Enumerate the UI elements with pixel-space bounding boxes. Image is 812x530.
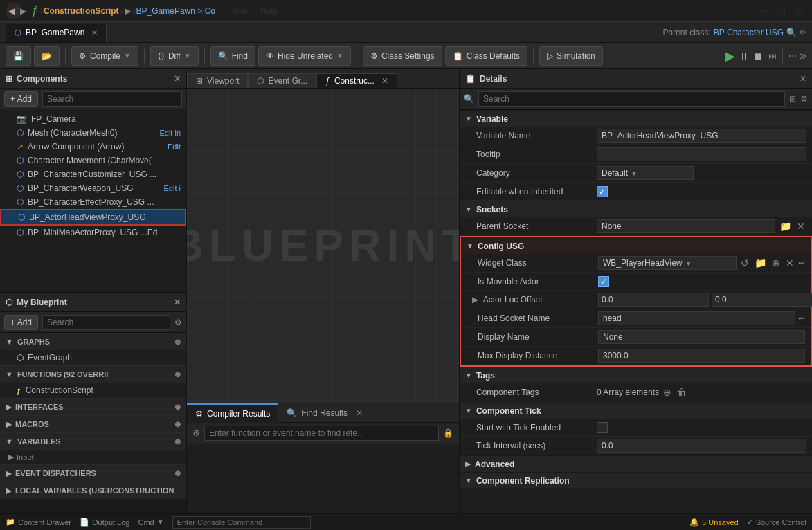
widget-class-refresh-icon[interactable]: ↺ <box>739 256 750 270</box>
components-search-input[interactable] <box>42 91 182 107</box>
more-options-icon[interactable]: ⋯ <box>788 51 797 61</box>
bp-settings-icon[interactable]: ⚙ <box>174 318 182 327</box>
bp-graphs-header[interactable]: ▼ GRAPHS ⊕ <box>0 333 186 350</box>
class-defaults-button[interactable]: 📋 Class Defaults <box>445 46 527 66</box>
tags-section-header[interactable]: ▼ Tags <box>460 367 812 383</box>
bp-search-input[interactable] <box>42 315 170 330</box>
component-item-bp-actor-head[interactable]: ⬡ BP_ActorHeadViewProxy_USG <box>0 209 186 226</box>
head-socket-name-reset[interactable]: ↩ <box>798 313 805 323</box>
find-button[interactable]: 🔍 Find <box>210 46 255 66</box>
viewport-area[interactable]: BLUEPRINT <box>187 89 459 403</box>
component-replication-section-header[interactable]: ▼ Component Replication <box>460 472 812 488</box>
bp-event-dispatchers-header[interactable]: ▶ EVENT DISPATCHERS ⊕ <box>0 465 186 482</box>
bp-add-button[interactable]: + Add <box>4 315 38 330</box>
arrow-edit-link[interactable]: Edit <box>168 143 181 151</box>
bp-variables-header[interactable]: ▼ VARIABLES ⊕ <box>0 433 186 450</box>
find-bar-lock-icon[interactable]: 🔒 <box>443 428 453 438</box>
bp-local-variables-header[interactable]: ▶ LOCAL VARIABLES (USERCONSTRUCTION <box>0 482 186 499</box>
simulation-button[interactable]: ▷ Simulation <box>539 46 603 66</box>
browse-button[interactable]: 📂 <box>34 46 60 66</box>
display-name-input[interactable] <box>598 330 805 344</box>
content-drawer-button[interactable]: 📁 Content Drawer <box>6 518 71 527</box>
mesh-edit-link[interactable]: Edit in <box>159 129 181 137</box>
find-results-close[interactable]: ✕ <box>356 408 363 418</box>
editable-inherited-checkbox[interactable]: ✓ <box>597 186 608 197</box>
start-with-tick-checkbox[interactable] <box>597 422 608 433</box>
widget-class-reset-icon[interactable]: ↩ <box>798 258 805 268</box>
play-button[interactable]: ▶ <box>725 48 735 64</box>
components-close-button[interactable]: ✕ <box>174 74 181 84</box>
widget-class-new-icon[interactable]: ⊕ <box>770 256 782 270</box>
pause-button[interactable]: ⏸ <box>739 51 749 62</box>
functions-add-icon[interactable]: ⊕ <box>174 370 181 379</box>
tab-find-results[interactable]: 🔍 Find Results ✕ <box>278 403 371 423</box>
diff-button[interactable]: ⟨⟩ Diff ▼ <box>150 46 199 66</box>
component-item-char-movement[interactable]: ⬡ Character Movement (CharMove( <box>0 154 186 167</box>
component-tags-delete-icon[interactable]: 🗑 <box>676 385 688 399</box>
component-item-bp-char-customizer[interactable]: ⬡ BP_CharacterrCustomizer_USG ... <box>0 167 186 181</box>
construction-tab-close[interactable]: ✕ <box>381 76 388 86</box>
bp-gamepawn-tab-close[interactable]: ✕ <box>91 28 98 37</box>
variable-name-input[interactable] <box>597 129 806 143</box>
weapon-edit-link[interactable]: Edit i <box>164 184 181 192</box>
details-close-button[interactable]: ✕ <box>800 74 806 84</box>
graphs-add-icon[interactable]: ⊕ <box>174 338 181 347</box>
hide-unrelated-button[interactable]: 👁 Hide Unrelated ▼ <box>258 46 351 66</box>
console-command-input[interactable] <box>172 516 311 529</box>
actor-loc-offset-x[interactable] <box>598 293 709 307</box>
component-item-bp-minimap[interactable]: ⬡ BP_MiniMapActorProxy_USG ...Ed <box>0 226 186 239</box>
output-log-button[interactable]: 📄 Output Log <box>80 518 129 527</box>
event-dispatchers-add-icon[interactable]: ⊕ <box>174 469 181 478</box>
bp-interfaces-header[interactable]: ▶ INTERFACES ⊕ <box>0 399 186 415</box>
widget-class-select[interactable]: WB_PlayerHeadView ▼ <box>598 256 737 270</box>
bp-macros-header[interactable]: ▶ MACROS ⊕ <box>0 416 186 432</box>
parent-class-search-icon[interactable]: 🔍 <box>786 28 797 37</box>
component-item-mesh[interactable]: ⬡ Mesh (CharacterMesh0) Edit in <box>0 126 186 140</box>
widget-class-browse-icon[interactable]: 📁 <box>753 256 768 270</box>
component-tick-section-header[interactable]: ▼ Component Tick <box>460 402 812 419</box>
source-control-button[interactable]: ✓ Source Control <box>747 518 806 527</box>
details-settings-icon[interactable]: ⚙ <box>800 94 808 104</box>
component-item-bp-char-weapon[interactable]: ⬡ BP_CharacterWeapon_USG Edit i <box>0 181 186 195</box>
tooltip-input[interactable] <box>597 147 806 161</box>
component-item-bp-char-effect[interactable]: ⬡ BP_CharacterEffectProxy_USG ... <box>0 195 186 209</box>
compile-button[interactable]: ⚙ Compile ▼ <box>71 46 138 66</box>
bp-item-construction-script[interactable]: ƒ ConstructionScript <box>0 384 186 396</box>
add-component-button[interactable]: + Add <box>4 91 38 107</box>
unsaved-indicator[interactable]: 🔔 5 Unsaved <box>689 518 739 527</box>
skip-button[interactable]: ⏭ <box>768 51 777 61</box>
bp-item-event-graph[interactable]: ⬡ EventGraph <box>0 351 186 364</box>
widget-class-clear-icon[interactable]: ✕ <box>784 256 795 270</box>
bp-functions-header[interactable]: ▼ FUNCTIONS (92 OVERRII ⊕ <box>0 366 186 383</box>
head-socket-name-input[interactable] <box>598 311 795 325</box>
my-blueprint-close-button[interactable]: ✕ <box>174 298 181 307</box>
stop-button[interactable]: ⏹ <box>753 51 763 62</box>
bp-gamepawn-tab[interactable]: ⬡ BP_GamePawn ✕ <box>6 24 107 42</box>
parent-socket-input[interactable] <box>597 219 775 233</box>
parent-class-edit-icon[interactable]: ✏ <box>800 28 806 37</box>
class-settings-button[interactable]: ⚙ Class Settings <box>363 46 442 66</box>
save-button[interactable]: 💾 <box>6 46 31 66</box>
variable-section-header[interactable]: ▼ Variable <box>460 110 812 127</box>
category-select[interactable]: Default ▼ <box>597 166 694 180</box>
details-grid-icon[interactable]: ⊞ <box>789 94 796 104</box>
tick-interval-input[interactable] <box>597 439 806 453</box>
component-item-fp-camera[interactable]: 📷 FP_Camera <box>0 112 186 126</box>
details-search-input[interactable] <box>478 91 785 107</box>
actor-loc-offset-y[interactable] <box>712 293 812 307</box>
tab-viewport[interactable]: ⊞ Viewport <box>187 73 248 88</box>
variables-add-icon[interactable]: ⊕ <box>174 437 181 446</box>
cmd-selector[interactable]: Cmd ▼ <box>138 518 163 527</box>
tab-compiler-results[interactable]: ⚙ Compiler Results <box>187 403 278 423</box>
tab-construction-script[interactable]: ƒ Construc... ✕ <box>316 73 397 88</box>
actor-loc-offset-expand[interactable]: ▶ <box>472 295 478 304</box>
interfaces-add-icon[interactable]: ⊕ <box>174 403 181 412</box>
parent-socket-browse-icon[interactable]: 📁 <box>778 219 793 233</box>
component-item-arrow[interactable]: ↗ Arrow Component (Arrow) Edit <box>0 140 186 154</box>
advanced-section-header[interactable]: ▶ Advanced <box>460 455 812 472</box>
sockets-section-header[interactable]: ▼ Sockets <box>460 201 812 217</box>
expand-toolbar-icon[interactable]: » <box>800 48 806 63</box>
max-display-distance-input[interactable] <box>598 349 805 363</box>
tab-event-graph[interactable]: ⬡ Event Gr... <box>248 73 316 88</box>
bp-variables-input-subheader[interactable]: ▶ Input <box>0 451 186 463</box>
